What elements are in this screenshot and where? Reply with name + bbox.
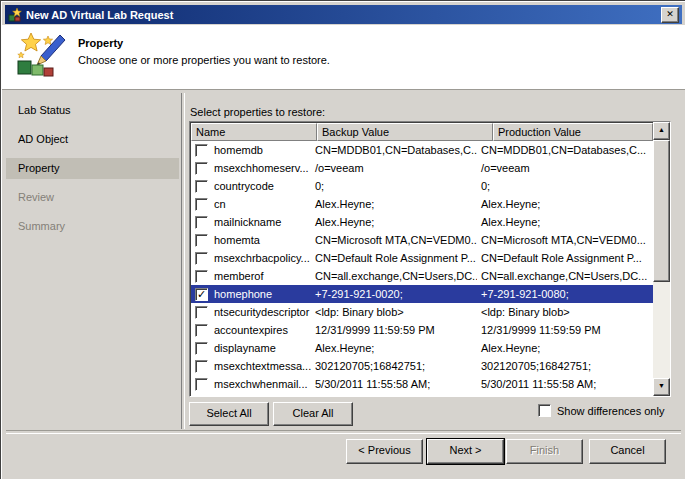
cell-name: msexchrbacpolicy...: [214, 252, 311, 264]
properties-list: Name Backup Value Production Value homem…: [189, 121, 671, 397]
row-checkbox[interactable]: [195, 162, 208, 175]
table-row[interactable]: msexchrbacpolicy...CN=Default Role Assig…: [191, 249, 653, 267]
cell-name: cn: [214, 198, 311, 210]
cell-name: homemdb: [214, 144, 311, 156]
row-checkbox[interactable]: [195, 144, 208, 157]
cell-name: memberof: [214, 270, 311, 282]
cell-name: ntsecuritydescriptor: [214, 306, 311, 318]
column-header-name[interactable]: Name: [191, 123, 317, 141]
row-checkbox[interactable]: [195, 216, 208, 229]
table-row[interactable]: ntsecuritydescriptor<ldp: Binary blob><l…: [191, 303, 653, 321]
sidebar-item-ad-object[interactable]: AD Object: [6, 129, 179, 150]
close-icon[interactable]: ✕: [661, 7, 679, 23]
footer-divider: [6, 430, 681, 434]
table-row[interactable]: homemtaCN=Microsoft MTA,CN=VEDM0...CN=Mi…: [191, 231, 653, 249]
cell-production: CN=MDDB01,CN=Databases,C...: [477, 144, 653, 156]
cell-backup: 0;: [311, 180, 477, 192]
row-checkbox[interactable]: [195, 324, 208, 337]
sidebar-item-lab-status[interactable]: Lab Status: [6, 100, 179, 121]
show-differences-checkbox[interactable]: [538, 404, 551, 417]
previous-button[interactable]: < Previous: [346, 439, 423, 464]
cancel-button[interactable]: Cancel: [589, 439, 666, 464]
cell-production: CN=Default Role Assignment P...: [477, 252, 653, 264]
cell-backup: Alex.Heyne;: [311, 198, 477, 210]
column-header-production-value[interactable]: Production Value: [493, 123, 653, 141]
list-header: Name Backup Value Production Value: [191, 123, 653, 141]
row-checkbox[interactable]: ✓: [195, 288, 208, 301]
cell-production: Alex.Heyne;: [477, 198, 653, 210]
scrollbar-track[interactable]: [653, 282, 670, 378]
cell-backup: Alex.Heyne;: [311, 342, 477, 354]
cell-name: accountexpires: [214, 324, 311, 336]
next-button[interactable]: Next >: [427, 439, 504, 464]
row-checkbox[interactable]: [195, 180, 208, 193]
table-row[interactable]: accountexpires12/31/9999 11:59:59 PM12/3…: [191, 321, 653, 339]
row-checkbox[interactable]: [195, 306, 208, 319]
cell-name: homephone: [214, 288, 311, 300]
row-checkbox[interactable]: [195, 252, 208, 265]
sidebar-separator: [181, 93, 185, 429]
properties-instruction: Select properties to restore:: [190, 106, 325, 118]
cell-name: countrycode: [214, 180, 311, 192]
table-row[interactable]: memberofCN=all.exchange,CN=Users,DC...CN…: [191, 267, 653, 285]
step-subtitle: Choose one or more properties you want t…: [78, 54, 330, 66]
cell-production: 0;: [477, 180, 653, 192]
cell-production: 302120705;16842751;: [477, 360, 653, 372]
row-checkbox[interactable]: [195, 198, 208, 211]
column-header-backup-value[interactable]: Backup Value: [317, 123, 493, 141]
scroll-up-icon[interactable]: ▲: [653, 122, 670, 140]
cell-backup: CN=all.exchange,CN=Users,DC...: [311, 270, 477, 282]
cell-name: msexchtextmessa...: [214, 360, 311, 372]
cell-backup: CN=Microsoft MTA,CN=VEDM0...: [311, 234, 477, 246]
table-row[interactable]: countrycode0;0;: [191, 177, 653, 195]
row-checkbox[interactable]: [195, 360, 208, 373]
cell-backup: Alex.Heyne;: [311, 216, 477, 228]
cell-backup: +7-291-921-0020;: [311, 288, 477, 300]
table-row[interactable]: mailnicknameAlex.Heyne;Alex.Heyne;: [191, 213, 653, 231]
cell-production: CN=all.exchange,CN=Users,DC...: [477, 270, 653, 282]
show-differences-label: Show differences only: [557, 405, 664, 417]
vertical-scrollbar[interactable]: ▲ ▼: [653, 122, 670, 396]
list-columns-area: Name Backup Value Production Value homem…: [190, 122, 653, 396]
step-title: Property: [78, 37, 123, 49]
table-row[interactable]: cnAlex.Heyne;Alex.Heyne;: [191, 195, 653, 213]
wizard-sidebar: Lab StatusAD ObjectPropertyReviewSummary: [6, 100, 179, 245]
row-checkbox[interactable]: [195, 378, 208, 391]
cell-name: homemta: [214, 234, 311, 246]
new-ad-virtual-lab-request-dialog: New AD Virtual Lab Request ✕ Property Ch…: [0, 0, 685, 479]
table-row[interactable]: displaynameAlex.Heyne;Alex.Heyne;: [191, 339, 653, 357]
cell-backup: <ldp: Binary blob>: [311, 306, 477, 318]
wizard-header: Property Choose one or more properties y…: [2, 25, 685, 90]
title-bar: New AD Virtual Lab Request ✕: [5, 5, 682, 24]
clear-all-button[interactable]: Clear All: [273, 402, 353, 426]
row-checkbox[interactable]: [195, 342, 208, 355]
finish-button: Finish: [506, 439, 583, 464]
wizard-icon: [15, 32, 67, 80]
cell-backup: 5/30/2011 11:55:58 AM;: [311, 378, 477, 390]
cell-name: msexchhomeserv...: [214, 162, 311, 174]
table-row[interactable]: msexchhomeserv.../o=veeam/o=veeam: [191, 159, 653, 177]
cell-production: CN=Microsoft MTA,CN=VEDM0...: [477, 234, 653, 246]
scrollbar-thumb[interactable]: [653, 140, 670, 282]
scroll-down-icon[interactable]: ▼: [653, 378, 670, 396]
cell-name: msexchwhenmail...: [214, 378, 311, 390]
table-row[interactable]: msexchtextmessa...302120705;16842751;302…: [191, 357, 653, 375]
select-all-button[interactable]: Select All: [189, 402, 269, 426]
cell-name: displayname: [214, 342, 311, 354]
cell-backup: /o=veeam: [311, 162, 477, 174]
cell-production: Alex.Heyne;: [477, 342, 653, 354]
property-table-body: homemdbCN=MDDB01,CN=Databases,C...CN=MDD…: [191, 141, 653, 396]
row-checkbox[interactable]: [195, 234, 208, 247]
table-row[interactable]: homemdbCN=MDDB01,CN=Databases,C...CN=MDD…: [191, 141, 653, 159]
table-row[interactable]: msexchwhenmail...5/30/2011 11:55:58 AM;5…: [191, 375, 653, 393]
cell-backup: CN=Default Role Assignment P...: [311, 252, 477, 264]
table-row[interactable]: ✓homephone+7-291-921-0020;+7-291-921-008…: [191, 285, 653, 303]
sidebar-item-property[interactable]: Property: [6, 158, 179, 179]
sidebar-item-review: Review: [6, 187, 179, 208]
cell-production: /o=veeam: [477, 162, 653, 174]
cell-production: 12/31/9999 11:59:59 PM: [477, 324, 653, 336]
cell-production: 5/30/2011 11:55:58 AM;: [477, 378, 653, 390]
cell-production: Alex.Heyne;: [477, 216, 653, 228]
row-checkbox[interactable]: [195, 270, 208, 283]
cell-production: +7-291-921-0080;: [477, 288, 653, 300]
